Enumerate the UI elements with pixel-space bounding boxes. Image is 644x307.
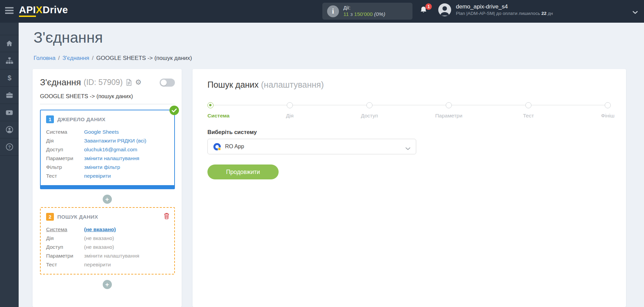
logo-part-api: API — [19, 4, 36, 17]
search-action-value: (не вказано) — [84, 235, 114, 241]
sidebar: $ ? — [0, 23, 19, 307]
breadcrumb-home-link[interactable]: Головна — [34, 55, 56, 61]
notifications-count-badge: 1 — [425, 3, 432, 10]
user-menu[interactable]: demo_apix-drive_s4 Plan |ADM-AP-SM| до о… — [438, 3, 553, 17]
continue-button[interactable]: Продовжити — [207, 165, 279, 179]
services-briefcase-icon — [5, 91, 14, 99]
step-circle — [525, 102, 531, 108]
step-access[interactable]: Доступ — [366, 102, 373, 108]
row-label: Доступ — [46, 145, 84, 154]
billing-dollar-icon: $ — [5, 74, 14, 82]
connection-id: (ID: 57909) — [84, 78, 123, 87]
document-icon[interactable] — [126, 79, 132, 86]
row-label: Тест — [46, 172, 84, 180]
system-select-dropdown[interactable]: RO App — [207, 139, 416, 154]
connections-sitemap-icon — [5, 57, 14, 65]
data-search-box: 2 ПОШУК ДАНИХ Система(не вказано) Дія(не… — [40, 207, 175, 275]
avatar — [438, 3, 451, 17]
help-question-icon: ? — [5, 143, 14, 151]
ro-app-icon — [213, 143, 221, 151]
actions-counter[interactable]: i Дії: 11 з 150'000 (0%) — [322, 3, 412, 20]
step-number-badge: 1 — [46, 115, 54, 123]
step-circle — [446, 102, 452, 108]
actions-label: Дії: — [343, 5, 385, 11]
source-box-title: ДЖЕРЕЛО ДАНИХ — [57, 116, 105, 123]
row-label: Система — [46, 128, 84, 136]
step-circle — [366, 102, 373, 108]
progress-bar — [41, 185, 174, 189]
sidebar-item-video[interactable] — [0, 104, 19, 121]
logo-part-drive: Drive — [43, 4, 68, 15]
connection-title: З'єднання — [40, 77, 81, 88]
breadcrumb: Головна/З'єднання/GOOGLE SHEETS -> (пошу… — [34, 55, 192, 62]
panel-title: Пошук даних (налаштування) — [207, 80, 626, 90]
source-access-link[interactable]: oluchuk16@gmail.com — [84, 147, 137, 152]
svg-text:$: $ — [7, 74, 11, 82]
search-test-value: перевірити — [84, 262, 111, 267]
data-source-box: 1 ДЖЕРЕЛО ДАНИХ СистемаGoogle Sheets Дія… — [40, 110, 175, 189]
step-circle — [207, 102, 214, 108]
connection-card: З'єднання (ID: 57909) ⚙ GOOGLE SHEETS ->… — [33, 69, 182, 307]
plan-info: Plan |ADM-AP-SM| до оплати лишилось 22 д… — [456, 10, 553, 17]
step-number-badge: 2 — [46, 213, 54, 221]
chevron-down-icon — [405, 146, 410, 152]
row-label: Тест — [46, 260, 84, 269]
logo-part-x: X — [36, 4, 43, 15]
apixdrive-logo[interactable]: APIXDrive — [19, 4, 68, 16]
sidebar-item-account[interactable] — [0, 121, 19, 138]
page-title: З'єднання — [34, 29, 103, 46]
info-icon: i — [327, 5, 339, 17]
breadcrumb-current: GOOGLE SHEETS -> (пошук даних) — [96, 55, 192, 61]
source-test-link[interactable]: перевірити — [84, 173, 111, 179]
row-label: Параметри — [46, 154, 84, 163]
success-check-icon — [169, 106, 179, 115]
notifications-bell-icon[interactable]: 1 — [419, 5, 429, 17]
row-label: Дія — [46, 136, 84, 145]
hamburger-menu-icon[interactable] — [5, 7, 14, 15]
breadcrumb-connections-link[interactable]: З'єднання — [62, 55, 89, 61]
selected-system-value: RO App — [225, 144, 244, 150]
video-youtube-icon — [5, 108, 14, 117]
account-person-icon — [5, 126, 14, 134]
svg-text:?: ? — [8, 145, 11, 150]
username: demo_apix-drive_s4 — [456, 3, 553, 10]
sidebar-item-billing[interactable]: $ — [0, 69, 19, 87]
search-params-value: змінити налаштування — [84, 253, 139, 259]
step-circle — [287, 102, 293, 108]
step-circle — [605, 102, 611, 108]
source-params-link[interactable]: змінити налаштування — [84, 155, 139, 161]
add-step-button[interactable]: + — [103, 280, 112, 289]
sidebar-item-services[interactable] — [0, 87, 19, 104]
step-test[interactable]: Тест — [525, 102, 531, 108]
source-action-link[interactable]: Завантажити РЯДКИ (всі) — [84, 138, 146, 144]
row-label: Параметри — [46, 251, 84, 260]
search-access-value: (не вказано) — [84, 244, 114, 250]
search-system-link[interactable]: (не вказано) — [84, 226, 116, 232]
source-filter-link[interactable]: змінити фільтр — [84, 164, 120, 170]
row-label: Фільтр — [46, 163, 84, 172]
top-header: APIXDrive i Дії: 11 з 150'000 (0%) 1 dem… — [0, 0, 644, 23]
sidebar-item-help[interactable]: ? — [0, 138, 19, 156]
step-action[interactable]: Дія — [287, 102, 293, 108]
row-label: Доступ — [46, 243, 84, 251]
connection-enable-toggle[interactable] — [160, 79, 175, 87]
step-finish[interactable]: Фініш — [605, 102, 611, 108]
stepper-track — [210, 105, 608, 105]
select-system-label: Виберіть систему — [207, 129, 626, 135]
step-params[interactable]: Параметри — [446, 102, 452, 108]
row-label: Система — [46, 225, 84, 234]
connection-subtitle: GOOGLE SHEETS -> (пошук даних) — [40, 93, 175, 104]
actions-count: 11 з 150'000 (0%) — [343, 11, 385, 17]
sidebar-item-home[interactable] — [0, 35, 19, 52]
add-step-button[interactable]: + — [103, 195, 112, 204]
wizard-stepper: Система Дія Доступ Параметри Тест Фініш — [207, 102, 611, 125]
row-label: Дія — [46, 234, 84, 243]
search-box-title: ПОШУК ДАНИХ — [57, 214, 98, 220]
sidebar-item-connections[interactable] — [0, 52, 19, 69]
step-system[interactable]: Система — [207, 102, 214, 108]
delete-trash-icon[interactable] — [163, 212, 170, 221]
gear-icon[interactable]: ⚙ — [135, 79, 142, 86]
source-system-link[interactable]: Google Sheets — [84, 129, 119, 135]
search-settings-panel: Пошук даних (налаштування) Система Дія Д… — [193, 69, 626, 307]
chevron-down-icon[interactable] — [632, 9, 638, 16]
